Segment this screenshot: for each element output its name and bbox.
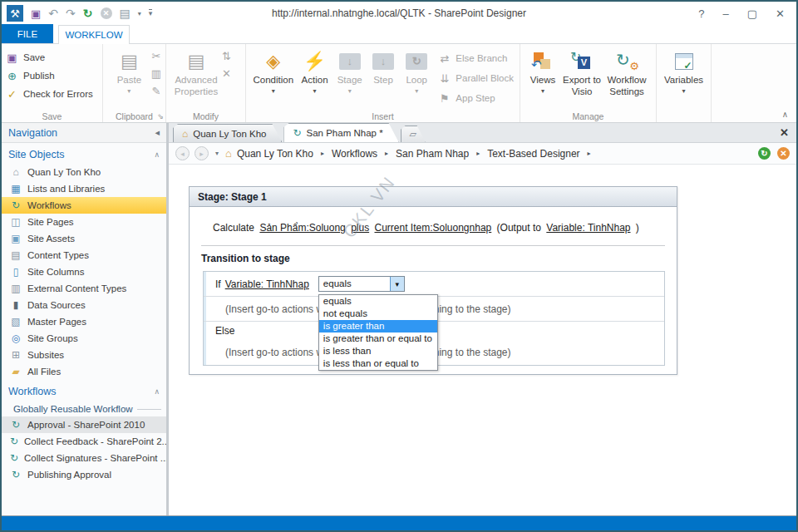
- action-button[interactable]: ⚡ Action ▾: [297, 47, 333, 106]
- workflow-item-collect-signatures[interactable]: ↻ Collect Signatures - SharePoint ...: [2, 450, 166, 466]
- recent-pages-dropdown-icon[interactable]: ▾: [215, 150, 219, 157]
- workflow-item-approval[interactable]: ↻ Approval - SharePoint 2010: [2, 416, 166, 433]
- calculate-operand2-link[interactable]: Current Item:Soluongnhap: [374, 222, 491, 234]
- preview-dropdown-icon[interactable]: ▾: [138, 10, 141, 17]
- loop-button[interactable]: ↻ Loop ▾: [400, 47, 433, 106]
- new-tab-button[interactable]: ▱: [401, 126, 426, 142]
- reusable-workflow-icon: ↻: [10, 420, 22, 430]
- sidebar-item-site-columns[interactable]: ▯ Site Columns: [2, 264, 166, 280]
- sidebar-item-external-content-types[interactable]: ▥ External Content Types: [2, 280, 166, 297]
- site-objects-header[interactable]: Site Objects ∧: [2, 145, 166, 164]
- advanced-properties-button[interactable]: ▤ Advanced Properties: [170, 47, 222, 98]
- if-variable-link[interactable]: Variable: TinhNhap: [225, 278, 309, 290]
- group-label-clipboard: Clipboard: [103, 111, 165, 121]
- breadcrumb-item[interactable]: Workflows: [332, 148, 377, 160]
- stage-button[interactable]: ↓ Stage ▾: [333, 47, 367, 106]
- move-up-down-icon[interactable]: ⇅: [222, 50, 231, 64]
- back-button[interactable]: ◂: [175, 146, 190, 160]
- quick-access-toolbar: ⚒ ▣ ↶ ↷ ↻ ✕ ▤ ▾ ▾: [2, 5, 152, 22]
- paste-button[interactable]: ▤ Paste ▾: [107, 47, 151, 99]
- refresh-icon[interactable]: ↻: [83, 7, 93, 19]
- stop-icon[interactable]: ✕: [101, 7, 112, 19]
- doc-tab-san-pham-nhap[interactable]: ↻ San Pham Nhap *: [283, 123, 398, 142]
- calculate-sentence: Calculate Sản Phẩm:Soluong plus Current …: [201, 217, 665, 242]
- customize-qat-icon[interactable]: ▾: [149, 9, 153, 17]
- option-is-greater-or-equal[interactable]: is greater than or equal to: [319, 332, 437, 345]
- sidebar-item-all-files[interactable]: ▰ All Files: [2, 363, 166, 380]
- calculate-operand1-link[interactable]: Sản Phẩm:Soluong: [259, 222, 345, 234]
- combobox-value: equals: [319, 277, 390, 291]
- redo-icon[interactable]: ↷: [66, 7, 76, 19]
- workflow-item-collect-feedback[interactable]: ↻ Collect Feedback - SharePoint 2...: [2, 433, 166, 450]
- refresh-page-icon[interactable]: ↻: [758, 147, 771, 160]
- collapse-ribbon-icon[interactable]: ∧: [782, 110, 788, 119]
- sidebar-item-quan-ly-ton-kho[interactable]: ⌂ Quan Ly Ton Kho: [2, 164, 166, 180]
- sidebar-item-site-groups[interactable]: ◎ Site Groups: [2, 330, 166, 347]
- sidebar-item-content-types[interactable]: ▤ Content Types: [2, 247, 166, 264]
- globally-reusable-workflow-header: Globally Reusable Workflow: [2, 401, 166, 416]
- option-is-less-than[interactable]: is less than: [319, 345, 437, 357]
- breadcrumb-home-icon[interactable]: ⌂: [225, 147, 232, 160]
- sidebar-item-master-pages[interactable]: ▧ Master Pages: [2, 313, 166, 330]
- comparison-combobox[interactable]: equals ▾: [318, 276, 405, 292]
- minimize-button[interactable]: –: [723, 8, 729, 19]
- home-icon: ⌂: [182, 129, 188, 139]
- publish-button[interactable]: ⊕ Publish: [6, 68, 98, 83]
- condition-button[interactable]: ◈ Condition ▾: [250, 47, 297, 106]
- sidebar-item-site-assets[interactable]: ▣ Site Assets: [2, 230, 166, 247]
- stage-box: Stage: Stage 1 Calculate Sản Phẩm:Soluon…: [189, 186, 677, 375]
- sidebar-item-lists-and-libraries[interactable]: ▦ Lists and Libraries: [2, 180, 166, 197]
- save-icon[interactable]: ▣: [31, 8, 41, 19]
- tab-workflow[interactable]: WORKFLOW: [58, 25, 130, 44]
- forward-button[interactable]: ▸: [195, 146, 209, 160]
- collapse-navigation-icon[interactable]: ◂: [155, 127, 160, 138]
- views-button[interactable]: ↶ Views ▾: [525, 47, 561, 98]
- data-sources-icon: ▮: [10, 300, 22, 310]
- step-icon: ↓: [372, 53, 394, 70]
- clipboard-dialog-launcher-icon[interactable]: ⇘: [157, 112, 164, 121]
- copy-icon[interactable]: ▥: [151, 67, 161, 81]
- condition-dropdown-icon: ▾: [272, 87, 275, 96]
- preview-icon[interactable]: ▤: [120, 7, 131, 19]
- option-equals[interactable]: equals: [319, 295, 437, 308]
- breadcrumb-item[interactable]: Text-Based Designer: [487, 148, 579, 160]
- export-to-visio-button[interactable]: ↻V Export to Visio: [561, 47, 603, 98]
- cut-icon[interactable]: ✂: [151, 50, 161, 64]
- workflows-section-header[interactable]: Workflows ∧: [2, 382, 166, 401]
- breadcrumb-item[interactable]: San Pham Nhap: [396, 148, 469, 160]
- app-step-button[interactable]: ⚑ App Step: [438, 91, 514, 106]
- delete-icon[interactable]: ✕: [222, 67, 231, 81]
- undo-icon[interactable]: ↶: [48, 7, 58, 19]
- breadcrumb-item[interactable]: Quan Ly Ton Kho: [237, 148, 313, 160]
- output-variable-link[interactable]: Variable: TinhNhap: [546, 222, 630, 234]
- close-button[interactable]: ✕: [776, 8, 785, 19]
- check-for-errors-button[interactable]: ✓ Check for Errors: [6, 86, 98, 101]
- option-is-less-or-equal[interactable]: is less than or equal to: [319, 357, 437, 370]
- close-page-icon[interactable]: ✕: [777, 147, 790, 160]
- option-not-equals[interactable]: not equals: [319, 308, 437, 320]
- sidebar-item-data-sources[interactable]: ▮ Data Sources: [2, 297, 166, 313]
- maximize-button[interactable]: ▢: [747, 8, 757, 19]
- save-button[interactable]: ▣ Save: [6, 50, 98, 65]
- sidebar-item-site-pages[interactable]: ◫ Site Pages: [2, 214, 166, 230]
- sidebar-item-subsites[interactable]: ⊞ Subsites: [2, 347, 166, 363]
- views-icon: ↶: [533, 52, 553, 71]
- workflow-item-publishing-approval[interactable]: ↻ Publishing Approval: [2, 466, 166, 483]
- else-branch-button[interactable]: ⇄ Else Branch: [438, 51, 514, 66]
- ribbon-group-modify: ▤ Advanced Properties ⇅ ✕ Modify: [166, 44, 246, 122]
- parallel-block-button[interactable]: ⇊ Parallel Block: [438, 71, 514, 86]
- if-label: If: [215, 278, 221, 290]
- tab-file[interactable]: FILE: [2, 24, 53, 43]
- sidebar-item-workflows[interactable]: ↻ Workflows: [2, 197, 166, 214]
- workflow-settings-button[interactable]: ↻⚙ Workflow Settings: [603, 47, 651, 98]
- calculate-operator-link[interactable]: plus: [351, 222, 369, 234]
- calculate-action-label[interactable]: Calculate: [213, 222, 254, 234]
- combobox-dropdown-button[interactable]: ▾: [390, 277, 404, 291]
- doc-tab-quan-ly-ton-kho[interactable]: ⌂ Quan Ly Ton Kho: [173, 124, 282, 142]
- variables-button[interactable]: ✓ Variables ▾: [662, 47, 707, 95]
- format-painter-icon[interactable]: ✎: [151, 85, 161, 99]
- step-button[interactable]: ↓ Step: [367, 47, 400, 106]
- close-tab-icon[interactable]: ✕: [780, 126, 789, 139]
- help-button[interactable]: ?: [698, 8, 704, 19]
- option-is-greater-than[interactable]: is greater than: [319, 320, 437, 332]
